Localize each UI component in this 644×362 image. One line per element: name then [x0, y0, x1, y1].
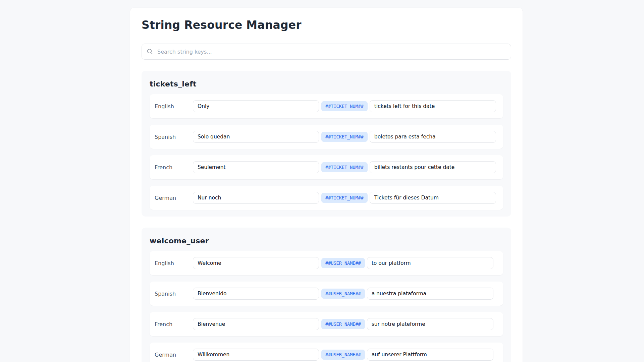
token-badge: ##TICKET_NUM##	[321, 132, 368, 142]
prefix-input[interactable]	[193, 349, 319, 361]
token-badge: ##USER_NAME##	[321, 350, 365, 360]
suffix-input[interactable]	[367, 349, 493, 361]
suffix-input[interactable]	[370, 161, 496, 173]
token-badge: ##TICKET_NUM##	[321, 162, 368, 173]
suffix-input[interactable]	[370, 100, 496, 112]
token-badge: ##TICKET_NUM##	[321, 101, 368, 112]
prefix-input[interactable]	[193, 161, 319, 173]
token-badge: ##TICKET_NUM##	[321, 193, 368, 203]
suffix-input[interactable]	[367, 257, 493, 269]
language-label: English	[155, 260, 193, 266]
translation-row-french: French ##TICKET_NUM##	[150, 155, 503, 179]
token-badge: ##USER_NAME##	[321, 289, 365, 299]
search-bar	[142, 44, 511, 60]
prefix-input[interactable]	[193, 318, 319, 330]
suffix-input[interactable]	[370, 192, 496, 204]
prefix-input[interactable]	[193, 100, 319, 112]
translation-row-german: German ##TICKET_NUM##	[150, 186, 503, 210]
search-icon	[147, 48, 153, 55]
language-label: German	[155, 195, 193, 201]
prefix-input[interactable]	[193, 131, 319, 143]
section-key-heading: tickets_left	[150, 79, 503, 89]
suffix-input[interactable]	[370, 131, 496, 143]
suffix-input[interactable]	[367, 318, 493, 330]
prefix-input[interactable]	[193, 192, 319, 204]
search-input[interactable]	[157, 48, 506, 55]
section-key-heading: welcome_user	[150, 236, 503, 246]
string-resource-manager-panel: String Resource Manager tickets_left Eng…	[130, 8, 523, 362]
prefix-input[interactable]	[193, 257, 319, 269]
token-badge: ##USER_NAME##	[321, 319, 365, 329]
language-label: French	[155, 321, 193, 327]
section-tickets-left: tickets_left English ##TICKET_NUM## Span…	[142, 71, 511, 217]
language-label: Spanish	[155, 291, 193, 297]
page-title: String Resource Manager	[142, 19, 511, 31]
language-label: German	[155, 352, 193, 358]
token-badge: ##USER_NAME##	[321, 258, 365, 268]
translation-row-english: English ##USER_NAME##	[150, 251, 503, 275]
translation-row-german: German ##USER_NAME##	[150, 343, 503, 362]
translation-row-french: French ##USER_NAME##	[150, 312, 503, 336]
language-label: Spanish	[155, 134, 193, 140]
suffix-input[interactable]	[367, 288, 493, 300]
translation-row-english: English ##TICKET_NUM##	[150, 94, 503, 118]
language-label: French	[155, 164, 193, 171]
prefix-input[interactable]	[193, 288, 319, 300]
translation-row-spanish: Spanish ##TICKET_NUM##	[150, 125, 503, 149]
section-welcome-user: welcome_user English ##USER_NAME## Spani…	[142, 228, 511, 362]
language-label: English	[155, 103, 193, 110]
translation-row-spanish: Spanish ##USER_NAME##	[150, 282, 503, 306]
